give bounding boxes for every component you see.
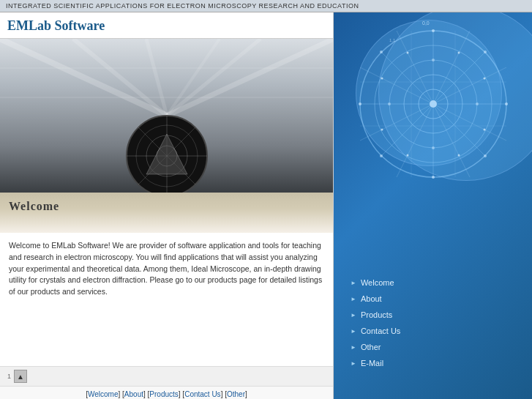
nav-item-welcome[interactable]: ► Welcome [345, 275, 521, 290]
svg-point-54 [406, 154, 408, 157]
svg-line-35 [360, 104, 433, 141]
footer-nav-contactus[interactable]: Contact Us [184, 390, 220, 398]
main-layout: EMLab Software [0, 12, 532, 399]
svg-line-32 [433, 104, 506, 141]
svg-point-48 [432, 59, 435, 61]
svg-line-33 [433, 104, 470, 177]
content-text: Welcome to EMLab Software! We are provid… [9, 240, 324, 298]
nav-arrow-other: ► [351, 344, 356, 351]
svg-point-57 [381, 129, 383, 131]
nav-arrow-products: ► [351, 312, 356, 318]
svg-point-44 [380, 51, 383, 53]
nav-arrow-welcome: ► [351, 280, 356, 286]
footer-nav: [Welcome] [About] [Products] [Contact Us… [0, 386, 333, 399]
nav-item-contactus[interactable]: ► Contact Us [345, 324, 521, 338]
nav-label-contactus: Contact Us [361, 327, 400, 335]
welcome-section: Welcome [0, 193, 333, 233]
svg-point-43 [505, 102, 508, 105]
footer-nav-about[interactable]: About [124, 390, 143, 398]
svg-point-56 [381, 78, 383, 80]
nav-item-email[interactable]: ► E-mail [345, 356, 521, 370]
nav-label-about: About [361, 294, 382, 303]
nav-arrow-about: ► [351, 296, 356, 302]
footer-nav-welcome[interactable]: Welcome [88, 390, 119, 398]
title-area: EMLab Software [0, 12, 333, 39]
diffraction-diagram-svg: 0,0 1,1 [345, 16, 521, 199]
hero-background [0, 39, 333, 193]
svg-line-34 [397, 104, 433, 177]
svg-point-51 [476, 102, 479, 105]
svg-point-45 [484, 51, 487, 53]
nav-arrow-email: ► [351, 360, 356, 367]
svg-text:1,1: 1,1 [389, 38, 396, 42]
welcome-title: Welcome [9, 200, 324, 213]
right-panel: 0,0 1,1 ► Welcome ► About ► Products ► C… [334, 12, 532, 399]
svg-point-46 [380, 154, 383, 157]
svg-line-29 [360, 67, 433, 104]
svg-point-42 [359, 102, 361, 105]
content-area: Welcome to EMLab Software! We are provid… [0, 233, 333, 366]
left-panel: EMLab Software [0, 12, 334, 399]
scroll-up-button[interactable]: ▲ [14, 370, 27, 383]
scroll-indicator: 1 ▲ [0, 366, 333, 386]
nav-label-email: E-mail [361, 359, 383, 368]
nav-item-other[interactable]: ► Other [345, 340, 521, 354]
svg-point-53 [457, 52, 460, 54]
nav-item-about[interactable]: ► About [345, 291, 521, 306]
hero-svg [0, 39, 333, 193]
nav-label-products: Products [361, 310, 392, 319]
nav-label-other: Other [361, 343, 381, 351]
footer-nav-products[interactable]: Products [149, 390, 178, 398]
nav-menu: ► Welcome ► About ► Products ► Contact U… [334, 268, 532, 379]
svg-line-31 [433, 67, 506, 104]
svg-point-49 [432, 146, 435, 149]
top-bar-text: Integrated Scientific Applications for E… [6, 2, 359, 10]
svg-point-52 [406, 52, 408, 54]
svg-text:0,0: 0,0 [422, 20, 430, 26]
svg-line-28 [397, 31, 433, 104]
svg-point-47 [484, 154, 487, 157]
svg-point-55 [457, 154, 460, 157]
svg-point-40 [432, 29, 435, 32]
svg-point-59 [483, 129, 485, 131]
footer-nav-other[interactable]: Other [227, 390, 245, 398]
nav-item-products[interactable]: ► Products [345, 307, 521, 322]
scroll-page-num: 1 [7, 373, 11, 380]
svg-point-58 [483, 78, 485, 80]
svg-line-30 [433, 31, 470, 104]
app-title: EMLab Software [7, 18, 105, 33]
nav-arrow-contactus: ► [351, 328, 356, 335]
geo-diagram: 0,0 1,1 [334, 12, 532, 206]
svg-point-41 [432, 176, 435, 179]
top-bar: Integrated Scientific Applications for E… [0, 0, 532, 12]
hero-image [0, 39, 333, 193]
nav-label-welcome: Welcome [361, 278, 394, 287]
svg-point-50 [388, 102, 391, 105]
